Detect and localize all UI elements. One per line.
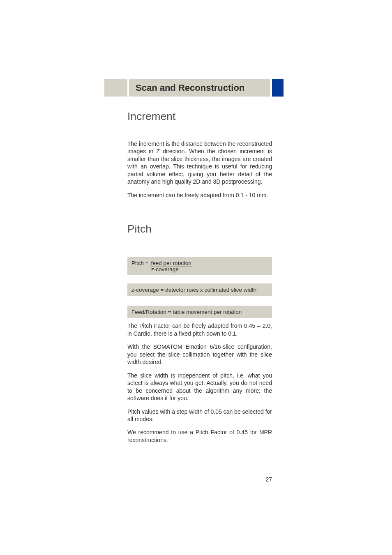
zcoverage-formula-box: z-coverage = detector rows x collimated …	[127, 283, 272, 296]
document-page: Scan and Reconstruction Increment The in…	[0, 0, 392, 555]
increment-paragraph-2: The increment can be freely adapted from…	[127, 191, 272, 199]
pitch-paragraph-5: We recommend to use a Pitch Factor of 0.…	[127, 428, 272, 444]
pitch-paragraph-2: With the SOMATOM Emotion 6/16-slice conf…	[127, 343, 272, 366]
page-number: 27	[127, 476, 272, 483]
heading-pitch: Pitch	[127, 223, 272, 235]
heading-increment: Increment	[127, 110, 272, 123]
section-title: Scan and Reconstruction	[129, 79, 270, 97]
pitch-paragraph-3: The slice width is independent of pitch,…	[127, 372, 272, 402]
pitch-paragraph-1: The Pitch Factor can be freely adapted f…	[127, 322, 272, 337]
page-content: Increment The increment is the distance …	[127, 110, 272, 449]
header-accent-chip	[272, 79, 284, 97]
pitch-paragraph-4: Pitch values with a step width of 0.05 c…	[127, 408, 272, 423]
header-spacer	[104, 79, 127, 97]
feedrotation-formula-box: Feed/Rotation = table movement per rotat…	[127, 306, 272, 318]
pitch-formula-denominator: z-coverage	[131, 266, 268, 272]
pitch-formula-box: Pitch = feed per rotation z-coverage	[127, 257, 272, 275]
section-header: Scan and Reconstruction	[104, 79, 284, 97]
increment-paragraph-1: The increment is the distance between th…	[127, 140, 272, 186]
pitch-formula-label: Pitch =	[131, 260, 150, 266]
